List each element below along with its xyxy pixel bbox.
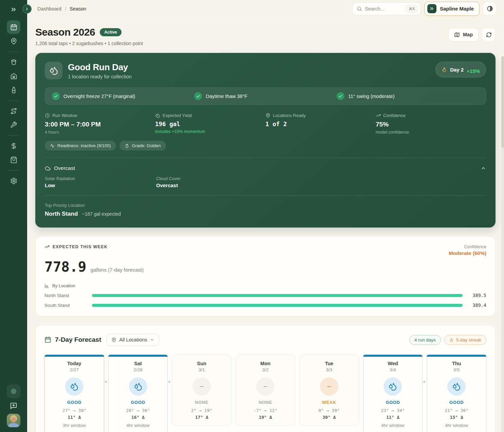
run-day-hero-card: Good Run Day 1 location ready for collec… <box>35 53 496 228</box>
day-card-sun[interactable]: Sun 3/1 NONE 2° → 19° 17° Δ <box>172 355 231 426</box>
scrollbar-thumb[interactable] <box>501 56 504 148</box>
map-pin-icon <box>265 113 270 118</box>
stat-confidence: Confidence 75% model confidence <box>376 113 486 135</box>
page-content: Season 2026 Active 1,206 total taps • 2 … <box>27 18 504 432</box>
hero-stats: Run Window 3:00 PM – 7:00 PM 4 hours Exp… <box>45 113 486 135</box>
stat-run-window: Run Window 3:00 PM – 7:00 PM 4 hours <box>45 113 155 135</box>
location-bar <box>92 294 463 297</box>
location-value: 389.5 <box>469 293 486 298</box>
scrollbar[interactable] <box>501 56 504 432</box>
condition-text: Overnight freeze 27°F (marginal) <box>63 94 135 99</box>
confidence-label: Confidence <box>449 244 486 249</box>
priority-location-section: Top Priority Location North Stand ~187 g… <box>45 203 486 217</box>
expected-week-card: Expected This Week Confidence Moderate (… <box>35 236 496 316</box>
feedback-button[interactable] <box>10 402 17 410</box>
breadcrumb-dashboard[interactable]: Dashboard <box>37 6 61 12</box>
search-icon <box>357 6 362 12</box>
stat-locations-ready: Locations Ready 1 of 2 <box>265 113 376 135</box>
day-card-wed[interactable]: Wed 3/4 GOOD 23° → 34° 11° Δ 4hr window … <box>363 355 423 432</box>
breadcrumb: Dashboard / Season <box>37 6 86 12</box>
condition-freeze: Overnight freeze 27°F (marginal) <box>52 92 194 100</box>
sidebar-item-collection[interactable] <box>7 55 20 69</box>
map-button[interactable]: Map <box>448 28 479 41</box>
dash-icon <box>320 377 338 396</box>
page-header: Season 2026 Active 1,206 total taps • 2 … <box>35 26 496 46</box>
day-card-today[interactable]: Today 2/27 GOOD 27° → 38° 11° Δ 3hr wind… <box>44 355 104 432</box>
chevrons-right-icon <box>10 6 17 13</box>
sidebar-expand-button[interactable] <box>22 4 32 14</box>
flame-icon <box>449 338 454 342</box>
sidebar-item-season[interactable] <box>7 20 20 34</box>
theme-toggle-button[interactable] <box>483 2 497 16</box>
sidebar-divider <box>8 52 19 52</box>
dash-icon <box>256 377 275 396</box>
day-card-mon[interactable]: Mon 3/2 NONE -7° → 12° 19° Δ <box>236 355 295 426</box>
chevron-right-icon <box>25 7 29 11</box>
location-bar-row: South Stand 389.4 <box>44 302 486 308</box>
topbar: Dashboard / Season ⌘K Sapline Maple <box>27 0 504 18</box>
weather-summary: Overcast <box>54 165 75 171</box>
route-icon <box>10 107 17 115</box>
bottle-icon <box>10 86 17 94</box>
run-day-title: Good Run Day <box>68 62 132 73</box>
brand-name: Sapline Maple <box>440 6 474 12</box>
wrench-icon <box>10 121 17 128</box>
droplets-icon <box>129 377 147 396</box>
status-dot-icon <box>11 389 16 394</box>
map-icon <box>454 32 460 38</box>
location-name: South Stand <box>44 303 92 308</box>
sync-status-tile[interactable] <box>7 385 20 398</box>
droplets-icon <box>45 62 62 79</box>
run-days-badge: 4 run days <box>409 335 441 345</box>
check-icon <box>194 92 202 100</box>
day-card-sat[interactable]: Sat 2/28 GOOD 28° → 36° 16° Δ 4hr window… <box>108 355 168 432</box>
sidebar-item-sales[interactable] <box>7 153 20 166</box>
sidebar-collapse-button[interactable] <box>10 5 17 14</box>
sidebar-item-routes[interactable] <box>7 104 20 118</box>
sidebar-bottom <box>7 385 20 432</box>
sidebar-item-sugarhouse[interactable] <box>7 69 20 83</box>
week-total-unit: gallons (7-day forecast) <box>90 267 144 273</box>
sidebar-item-settings[interactable] <box>7 174 20 188</box>
streak-connector-dot <box>423 381 425 383</box>
sidebar-item-finance[interactable] <box>7 139 20 153</box>
conditions-bar: Overnight freeze 27°F (marginal) Daytime… <box>45 87 486 105</box>
refresh-button[interactable] <box>482 28 496 41</box>
gear-icon <box>10 177 17 184</box>
search-input[interactable] <box>365 6 399 12</box>
main-area: Dashboard / Season ⌘K Sapline Maple <box>27 0 504 432</box>
sidebar-divider <box>8 170 19 171</box>
season-summary: 1,206 total taps • 2 sugarbushes • 1 col… <box>35 41 143 46</box>
streak-badge: 5-day streak <box>444 335 486 345</box>
calendar-icon <box>10 24 17 31</box>
day-card-tue[interactable]: Tue 3/3 WEAK 0° → 30° 30° Δ <box>299 355 359 426</box>
sidebar-item-locations[interactable] <box>7 34 20 48</box>
brand-logo-icon <box>427 4 436 13</box>
by-location-label: By Location <box>52 283 75 288</box>
sidebar-item-equipment[interactable] <box>7 118 20 132</box>
forecast-days-row: Today 2/27 GOOD 27° → 38° 11° Δ 3hr wind… <box>44 355 486 432</box>
day-card-topbar <box>108 355 168 357</box>
cloud-icon <box>45 165 51 171</box>
map-pin-icon <box>111 337 116 342</box>
chevron-down-icon <box>150 337 154 342</box>
location-filter-value: All Locations <box>119 337 147 342</box>
priority-label: Top Priority Location <box>45 203 486 208</box>
contrast-icon <box>487 5 493 12</box>
day-card-topbar <box>44 355 104 357</box>
day-badge-boost: +15% <box>467 68 480 74</box>
location-filter-dropdown[interactable]: All Locations <box>107 334 159 346</box>
user-avatar[interactable] <box>7 414 20 427</box>
forecast-title: 7-Day Forecast <box>55 336 101 343</box>
jar-icon <box>125 143 129 148</box>
location-name: North Stand <box>44 293 92 298</box>
sidebar-item-bottling[interactable] <box>7 83 20 97</box>
day-card-thu[interactable]: Thu 3/5 GOOD 21° → 36° 15° Δ 4hr window … <box>427 355 486 432</box>
sugarhouse-icon <box>10 73 17 80</box>
chevron-up-icon[interactable] <box>481 165 486 171</box>
condition-thaw: Daytime thaw 38°F <box>194 92 336 100</box>
brand-button[interactable]: Sapline Maple <box>424 2 480 16</box>
breadcrumb-separator: / <box>65 6 66 12</box>
app-root: Dashboard / Season ⌘K Sapline Maple <box>0 0 504 432</box>
search-box[interactable]: ⌘K <box>352 2 421 15</box>
